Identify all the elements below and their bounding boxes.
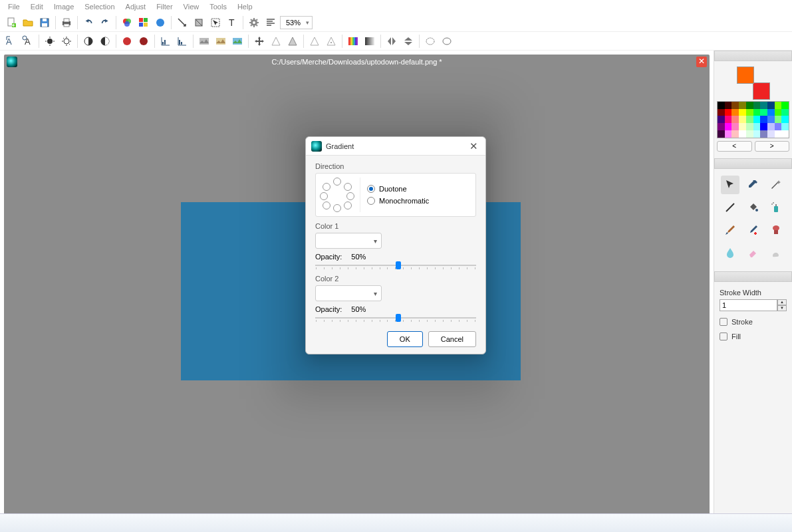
histogram-a-icon[interactable] (158, 34, 173, 49)
menu-file[interactable]: File (4, 1, 24, 12)
palette-color[interactable] (718, 109, 725, 116)
palette-color[interactable] (767, 130, 775, 138)
mono-radio[interactable] (367, 197, 375, 205)
color2-select[interactable]: ▾ (315, 285, 382, 301)
smudge-tool[interactable] (767, 243, 785, 262)
gear-icon[interactable] (247, 15, 261, 30)
fill-checkbox[interactable] (720, 332, 727, 340)
menu-tools[interactable]: Tools (205, 1, 231, 12)
menu-image[interactable]: Image (50, 1, 78, 12)
menu-adjust[interactable]: Adjust (122, 1, 150, 12)
zoom-level-select[interactable]: 53% ▾ (280, 16, 313, 29)
stroke-checkbox[interactable] (720, 318, 727, 326)
gradient-gray-icon[interactable] (362, 34, 377, 49)
palette-color[interactable] (718, 102, 725, 109)
stroke-down-button[interactable]: ▼ (777, 305, 787, 311)
line-tool[interactable] (721, 198, 739, 217)
red-circle-a-icon[interactable] (120, 34, 134, 49)
palette-color[interactable] (725, 130, 732, 138)
palette-color[interactable] (781, 116, 789, 123)
color-swatches[interactable] (737, 66, 770, 100)
palette-color[interactable] (781, 109, 789, 116)
align-lines-icon[interactable] (263, 15, 278, 30)
save-icon[interactable] (37, 15, 52, 30)
palette-color[interactable] (731, 102, 739, 109)
palette-color[interactable] (739, 102, 746, 109)
contrast-b-icon[interactable] (98, 34, 112, 49)
palette-color[interactable] (731, 109, 739, 116)
transform-a-icon[interactable]: A (4, 34, 19, 49)
palette-color[interactable] (767, 116, 775, 123)
spray-tool[interactable] (767, 198, 785, 217)
spectrum-icon[interactable] (346, 34, 360, 49)
dialog-close-button[interactable]: ✕ (467, 140, 480, 152)
pointer-tool[interactable] (721, 176, 739, 194)
stroke-width-field[interactable] (720, 299, 777, 311)
palette-color[interactable] (775, 130, 782, 138)
palette-color[interactable] (760, 130, 767, 138)
contrast-a-icon[interactable] (81, 34, 96, 49)
palette-color[interactable] (760, 116, 767, 123)
brush-tool[interactable] (721, 221, 739, 239)
document-tab[interactable]: C:/Users/Merche/Downloads/uptodown-defau… (4, 55, 710, 69)
image-color-icon[interactable] (230, 34, 245, 49)
new-file-icon[interactable] (4, 15, 19, 30)
brightness-down-icon[interactable] (59, 34, 74, 49)
background-color-swatch[interactable] (753, 82, 770, 100)
opacity2-thumb[interactable] (396, 314, 401, 322)
wand-tool[interactable] (767, 176, 785, 194)
palette-color[interactable] (753, 130, 761, 138)
direction-picker[interactable] (320, 178, 354, 212)
mono-radio-row[interactable]: Monochromatic (367, 197, 471, 205)
palette-color[interactable] (731, 130, 739, 138)
palette-color[interactable] (739, 123, 746, 130)
arrow-diag-icon[interactable] (175, 15, 190, 30)
palette-color[interactable] (718, 123, 725, 130)
opacity1-slider[interactable] (315, 265, 476, 266)
palette-color[interactable] (781, 130, 789, 138)
palette-color[interactable] (781, 102, 789, 109)
palette-color[interactable] (725, 123, 732, 130)
palette-color[interactable] (746, 116, 753, 123)
color-palette[interactable] (717, 101, 789, 138)
move-icon[interactable] (252, 34, 267, 49)
menu-filter[interactable]: Filter (152, 1, 176, 12)
image-sepia-icon[interactable] (213, 34, 228, 49)
histogram-b-icon[interactable] (175, 34, 190, 49)
stroke-width-input[interactable]: ▲▼ (720, 299, 787, 311)
menu-edit[interactable]: Edit (27, 1, 47, 12)
palette-color[interactable] (731, 123, 739, 130)
taskbar[interactable] (0, 513, 792, 532)
color-squares-icon[interactable] (136, 15, 151, 30)
palette-color[interactable] (775, 123, 782, 130)
print-icon[interactable] (59, 15, 74, 30)
menu-selection[interactable]: Selection (80, 1, 118, 12)
palette-color[interactable] (753, 109, 761, 116)
select-rect-icon[interactable] (208, 15, 223, 30)
palette-color[interactable] (718, 116, 725, 123)
triangle-d-icon[interactable] (324, 34, 338, 49)
palette-color[interactable] (746, 109, 753, 116)
palette-color[interactable] (753, 116, 761, 123)
palette-color[interactable] (746, 102, 753, 109)
palette-color[interactable] (760, 109, 767, 116)
ellipse-dash-icon[interactable] (423, 34, 438, 49)
ok-button[interactable]: OK (387, 331, 423, 347)
palette-color[interactable] (775, 116, 782, 123)
palette-color[interactable] (725, 102, 732, 109)
palette-color[interactable] (760, 123, 767, 130)
menu-help[interactable]: Help (233, 1, 257, 12)
crop-icon[interactable] (192, 15, 206, 30)
palette-color[interactable] (718, 130, 725, 138)
palette-color[interactable] (753, 123, 761, 130)
color-circles-icon[interactable] (120, 15, 134, 30)
red-circle-b-icon[interactable] (136, 34, 151, 49)
cancel-button[interactable]: Cancel (428, 331, 476, 347)
palette-color[interactable] (767, 102, 775, 109)
text-icon[interactable]: T (225, 15, 239, 30)
drop-tool[interactable] (721, 243, 739, 262)
bucket-tool[interactable] (743, 198, 762, 217)
palette-color[interactable] (767, 123, 775, 130)
color1-select[interactable]: ▾ (315, 233, 382, 249)
stroke-up-button[interactable]: ▲ (777, 299, 787, 305)
